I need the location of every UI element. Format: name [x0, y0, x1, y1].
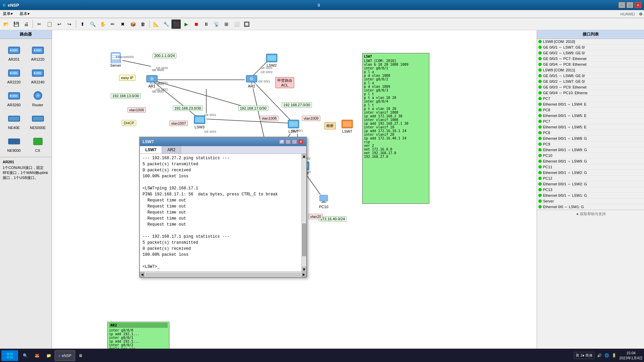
tb-network[interactable]: 📡 — [212, 19, 221, 29]
tb-grid[interactable]: ⊞ — [222, 19, 231, 29]
tb-config[interactable]: 🔧 — [161, 19, 171, 29]
tb-pause[interactable]: ⏸ — [202, 19, 211, 29]
tb-up[interactable]: ⬆ — [78, 19, 87, 29]
menu-item-file[interactable]: 菜单▾ — [1, 10, 14, 17]
node-lsw3[interactable]: LSW3 — [193, 115, 206, 129]
console-close-button[interactable]: ✕ — [298, 139, 304, 144]
taskbar-ensp-app[interactable]: e eNSP — [55, 350, 75, 361]
iface-pc8b-header: PC8 — [537, 130, 644, 136]
console-line-5 — [143, 179, 299, 185]
tb-print[interactable]: 🖨 — [21, 19, 31, 29]
tb-window[interactable]: ⬜ — [232, 19, 241, 29]
cx-label: CX — [35, 148, 40, 153]
device-ne40e[interactable]: NE40E — [3, 110, 25, 131]
taskbar-explorer[interactable]: 📁 — [43, 350, 55, 361]
scroll-down-button[interactable]: ▼ — [302, 267, 306, 272]
node-pc10[interactable]: PC10 — [317, 194, 330, 209]
device-router[interactable]: Router — [26, 87, 49, 109]
tb-open[interactable]: 📂 — [1, 19, 11, 29]
status-dot-pc8 — [538, 108, 542, 112]
if-ge002-2: GE 0/0/2 — [261, 70, 273, 74]
svg-line-29 — [122, 60, 151, 66]
tb-pointer[interactable]: ✋ — [98, 19, 107, 29]
taskbar-terminal[interactable]: 🖥 — [75, 350, 86, 361]
scroll-up-button[interactable]: ▲ — [302, 154, 306, 159]
taskbar-browser[interactable]: 🦊 — [31, 350, 43, 361]
tb-redo[interactable]: ↪ — [65, 19, 74, 29]
node-lsw9-root[interactable]: LSW7 — [340, 119, 354, 134]
status-dot-ge001 — [538, 46, 542, 49]
tb-undo[interactable]: ↩ — [55, 19, 64, 29]
tb-draw[interactable]: ✏ — [108, 19, 117, 29]
ip-label-23: 192.168.23.0/30 — [173, 106, 203, 111]
console-vscrollbar[interactable]: ▲ ▼ — [302, 154, 306, 272]
tray-icon-battery[interactable]: 🔋 — [612, 353, 616, 358]
status-dot-server — [538, 199, 542, 203]
tray-icon-volume[interactable]: 🔊 — [597, 353, 602, 358]
hscroll-right-button[interactable]: ► — [302, 272, 306, 277]
status-dot-pc7b — [538, 120, 542, 123]
scroll-thumb[interactable] — [302, 224, 306, 256]
iface-pc13-eth: Ethernet 0/0/1 ↔ LSW1: G — [537, 193, 644, 198]
tb-trash[interactable]: 🗑 — [138, 19, 148, 29]
svg-rect-66 — [343, 121, 352, 127]
ar2-label: AR2 — [247, 84, 256, 88]
device-ar1220[interactable]: AR1220 — [26, 42, 49, 63]
console-maximize-button[interactable]: □ — [292, 139, 297, 144]
close-button[interactable]: ✕ — [635, 2, 641, 8]
tb-measure[interactable]: 📐 — [151, 19, 161, 29]
device-cx[interactable]: CX — [26, 133, 49, 154]
tb-play[interactable]: ▶ — [181, 19, 191, 29]
tb-rect[interactable]: 🔲 — [242, 19, 251, 29]
hscroll-track[interactable] — [146, 273, 300, 276]
explorer-icon: 📁 — [46, 353, 51, 358]
input-method[interactable]: 英 2♦ 简体 — [574, 352, 594, 359]
pc10-icon — [317, 194, 330, 204]
tb-paste[interactable]: 📋 — [45, 19, 54, 29]
svg-rect-82 — [10, 353, 13, 355]
clock-date: 2023年1月4日 — [619, 356, 643, 360]
tb-block[interactable]: ⬛ — [171, 19, 181, 29]
start-button[interactable] — [1, 350, 18, 361]
settings-icon[interactable]: ⚙ — [639, 12, 643, 16]
device-ar3260[interactable]: AR3260 — [3, 87, 25, 109]
menu-item-basic[interactable]: 基本▾ — [18, 10, 31, 17]
status-dot-servereth — [538, 205, 542, 208]
console-line-14: --- 192.168.17.1 ping statistics --- — [143, 234, 299, 240]
canvas-area[interactable]: GE 0/0/0 GE 0/0/1 GE 0/0/2 Server Ethern… — [52, 30, 537, 362]
iface-pc8-header: PC8 — [537, 107, 644, 113]
svg-rect-3 — [12, 49, 17, 51]
right-panel-title: 接口列表 — [537, 30, 644, 39]
tray-icon-network[interactable]: 🌐 — [604, 353, 609, 358]
status-dot-pc7beth — [538, 125, 542, 129]
device-ar2220[interactable]: AR2220 — [3, 64, 25, 86]
console-line-16: 0 packet(s) received — [143, 246, 299, 252]
minimize-button[interactable]: ─ — [619, 2, 625, 8]
tb-delete[interactable]: ✖ — [118, 19, 127, 29]
device-ar201[interactable]: AR201 — [3, 42, 25, 63]
tb-save[interactable]: 💾 — [11, 19, 21, 29]
console-tab-ar2[interactable]: AR2 — [162, 146, 181, 154]
maximize-button[interactable]: □ — [627, 2, 633, 8]
device-ne5000e[interactable]: NE5000E — [26, 110, 49, 131]
tb-pkg[interactable]: 📦 — [128, 19, 138, 29]
console-window[interactable]: LSW7 🗗 ─ □ ✕ LSW7 AR2 --- 192.168.27.2 p… — [139, 137, 307, 278]
node-ar2[interactable]: AR2 — [245, 74, 258, 88]
console-minimize-button[interactable]: ─ — [285, 139, 291, 144]
tb-cut[interactable]: ✂ — [35, 19, 44, 29]
device-ne9000[interactable]: NE9000 — [3, 133, 25, 154]
tb-stop[interactable]: ⏹ — [192, 19, 201, 29]
status-dot-pc8eth — [538, 114, 542, 117]
console-content[interactable]: --- 192.168.27.2 ping statistics --- 5 p… — [140, 154, 302, 272]
hscroll-left-button[interactable]: ◄ — [140, 272, 145, 277]
console-restore-button[interactable]: 🗗 — [279, 139, 284, 144]
device-ar2240[interactable]: AR2240 — [26, 64, 49, 86]
console-tab-lsw7[interactable]: LSW7 — [140, 146, 162, 154]
node-lsw2[interactable]: LSW2 — [265, 53, 278, 68]
tb-zoom[interactable]: 🔍 — [88, 19, 97, 29]
taskbar-search[interactable]: 🔍 — [19, 350, 31, 361]
right-panel-expand[interactable]: ◄ 获取帮助与支持 — [537, 210, 644, 218]
console-hscrollbar[interactable]: ◄ ► — [140, 272, 306, 277]
scroll-track[interactable] — [302, 159, 306, 267]
ar201-label: AR201 — [8, 57, 20, 61]
